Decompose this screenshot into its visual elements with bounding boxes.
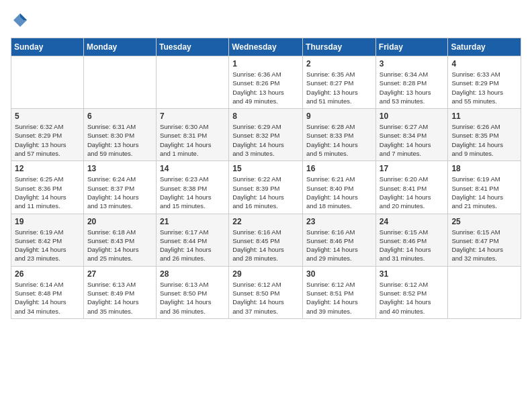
logo [11, 11, 31, 30]
calendar-day-3: 3Sunrise: 6:34 AM Sunset: 8:28 PM Daylig… [375, 56, 448, 109]
day-number: 5 [15, 111, 80, 121]
calendar-day-22: 22Sunrise: 6:16 AM Sunset: 8:45 PM Dayli… [229, 214, 303, 266]
day-info: Sunrise: 6:15 AM Sunset: 8:47 PM Dayligh… [451, 228, 517, 263]
calendar-day-14: 14Sunrise: 6:23 AM Sunset: 8:38 PM Dayli… [156, 161, 228, 214]
calendar-day-2: 2Sunrise: 6:35 AM Sunset: 8:27 PM Daylig… [303, 56, 376, 109]
calendar-day-16: 16Sunrise: 6:21 AM Sunset: 8:40 PM Dayli… [303, 161, 376, 214]
day-number: 8 [232, 111, 299, 121]
day-info: Sunrise: 6:12 AM Sunset: 8:50 PM Dayligh… [232, 280, 299, 316]
calendar-day-7: 7Sunrise: 6:30 AM Sunset: 8:31 PM Daylig… [156, 109, 228, 161]
day-info: Sunrise: 6:19 AM Sunset: 8:42 PM Dayligh… [15, 228, 80, 263]
calendar-day-21: 21Sunrise: 6:17 AM Sunset: 8:44 PM Dayli… [156, 214, 228, 266]
calendar-empty-cell [448, 266, 521, 318]
day-info: Sunrise: 6:33 AM Sunset: 8:29 PM Dayligh… [451, 70, 517, 105]
day-number: 22 [232, 217, 299, 226]
day-number: 17 [380, 164, 445, 173]
calendar-day-12: 12Sunrise: 6:25 AM Sunset: 8:36 PM Dayli… [11, 161, 84, 214]
calendar-day-27: 27Sunrise: 6:13 AM Sunset: 8:49 PM Dayli… [83, 266, 156, 318]
day-info: Sunrise: 6:16 AM Sunset: 8:46 PM Dayligh… [306, 228, 372, 263]
calendar-day-23: 23Sunrise: 6:16 AM Sunset: 8:46 PM Dayli… [303, 214, 376, 266]
calendar-empty-cell [156, 56, 228, 109]
day-info: Sunrise: 6:21 AM Sunset: 8:40 PM Dayligh… [306, 175, 372, 210]
day-info: Sunrise: 6:14 AM Sunset: 8:48 PM Dayligh… [15, 280, 80, 316]
weekday-header-tuesday: Tuesday [156, 38, 228, 56]
calendar-week-4: 19Sunrise: 6:19 AM Sunset: 8:42 PM Dayli… [11, 214, 521, 266]
day-info: Sunrise: 6:19 AM Sunset: 8:41 PM Dayligh… [451, 175, 517, 210]
calendar-day-25: 25Sunrise: 6:15 AM Sunset: 8:47 PM Dayli… [448, 214, 521, 266]
day-number: 26 [15, 269, 80, 279]
calendar-week-2: 5Sunrise: 6:32 AM Sunset: 8:29 PM Daylig… [11, 109, 521, 161]
page-header [11, 11, 521, 30]
day-info: Sunrise: 6:18 AM Sunset: 8:43 PM Dayligh… [87, 228, 152, 263]
calendar-day-17: 17Sunrise: 6:20 AM Sunset: 8:41 PM Dayli… [375, 161, 448, 214]
calendar-day-28: 28Sunrise: 6:13 AM Sunset: 8:50 PM Dayli… [156, 266, 228, 318]
day-info: Sunrise: 6:28 AM Sunset: 8:33 PM Dayligh… [306, 122, 372, 158]
calendar-week-1: 1Sunrise: 6:36 AM Sunset: 8:26 PM Daylig… [11, 56, 521, 109]
weekday-header-friday: Friday [375, 38, 448, 56]
calendar-day-19: 19Sunrise: 6:19 AM Sunset: 8:42 PM Dayli… [11, 214, 84, 266]
calendar-day-18: 18Sunrise: 6:19 AM Sunset: 8:41 PM Dayli… [448, 161, 521, 214]
day-info: Sunrise: 6:22 AM Sunset: 8:39 PM Dayligh… [232, 175, 299, 210]
calendar-day-29: 29Sunrise: 6:12 AM Sunset: 8:50 PM Dayli… [229, 266, 303, 318]
day-info: Sunrise: 6:13 AM Sunset: 8:49 PM Dayligh… [87, 280, 152, 316]
weekday-header-wednesday: Wednesday [229, 38, 303, 56]
day-info: Sunrise: 6:30 AM Sunset: 8:31 PM Dayligh… [160, 122, 225, 158]
calendar-day-13: 13Sunrise: 6:24 AM Sunset: 8:37 PM Dayli… [83, 161, 156, 214]
day-number: 4 [451, 59, 517, 68]
day-number: 29 [232, 269, 299, 279]
calendar-day-20: 20Sunrise: 6:18 AM Sunset: 8:43 PM Dayli… [83, 214, 156, 266]
calendar-day-9: 9Sunrise: 6:28 AM Sunset: 8:33 PM Daylig… [303, 109, 376, 161]
day-number: 31 [380, 269, 445, 279]
day-number: 15 [232, 164, 299, 173]
day-info: Sunrise: 6:23 AM Sunset: 8:38 PM Dayligh… [160, 175, 225, 210]
calendar-day-6: 6Sunrise: 6:31 AM Sunset: 8:30 PM Daylig… [83, 109, 156, 161]
day-number: 30 [306, 269, 372, 279]
day-number: 13 [87, 164, 152, 173]
day-info: Sunrise: 6:20 AM Sunset: 8:41 PM Dayligh… [380, 175, 445, 210]
day-info: Sunrise: 6:16 AM Sunset: 8:45 PM Dayligh… [232, 228, 299, 263]
day-info: Sunrise: 6:26 AM Sunset: 8:35 PM Dayligh… [451, 122, 517, 158]
day-info: Sunrise: 6:36 AM Sunset: 8:26 PM Dayligh… [232, 70, 299, 105]
day-number: 10 [380, 111, 445, 121]
calendar-day-11: 11Sunrise: 6:26 AM Sunset: 8:35 PM Dayli… [448, 109, 521, 161]
day-number: 28 [160, 269, 225, 279]
day-number: 19 [15, 217, 80, 226]
day-number: 9 [306, 111, 372, 121]
day-info: Sunrise: 6:15 AM Sunset: 8:46 PM Dayligh… [380, 228, 445, 263]
calendar-week-5: 26Sunrise: 6:14 AM Sunset: 8:48 PM Dayli… [11, 266, 521, 318]
calendar-day-30: 30Sunrise: 6:12 AM Sunset: 8:51 PM Dayli… [303, 266, 376, 318]
calendar-week-3: 12Sunrise: 6:25 AM Sunset: 8:36 PM Dayli… [11, 161, 521, 214]
day-number: 16 [306, 164, 372, 173]
calendar-day-10: 10Sunrise: 6:27 AM Sunset: 8:34 PM Dayli… [375, 109, 448, 161]
day-info: Sunrise: 6:12 AM Sunset: 8:51 PM Dayligh… [306, 280, 372, 316]
day-info: Sunrise: 6:35 AM Sunset: 8:27 PM Dayligh… [306, 70, 372, 105]
weekday-header-monday: Monday [83, 38, 156, 56]
calendar-empty-cell [83, 56, 156, 109]
day-info: Sunrise: 6:34 AM Sunset: 8:28 PM Dayligh… [380, 70, 445, 105]
day-number: 12 [15, 164, 80, 173]
day-number: 21 [160, 217, 225, 226]
day-number: 23 [306, 217, 372, 226]
weekday-header-saturday: Saturday [448, 38, 521, 56]
day-info: Sunrise: 6:31 AM Sunset: 8:30 PM Dayligh… [87, 122, 152, 158]
day-number: 3 [380, 59, 445, 68]
day-number: 7 [160, 111, 225, 121]
calendar-day-15: 15Sunrise: 6:22 AM Sunset: 8:39 PM Dayli… [229, 161, 303, 214]
day-number: 1 [232, 59, 299, 68]
day-info: Sunrise: 6:25 AM Sunset: 8:36 PM Dayligh… [15, 175, 80, 210]
weekday-header-thursday: Thursday [303, 38, 376, 56]
day-info: Sunrise: 6:32 AM Sunset: 8:29 PM Dayligh… [15, 122, 80, 158]
day-info: Sunrise: 6:24 AM Sunset: 8:37 PM Dayligh… [87, 175, 152, 210]
calendar-day-8: 8Sunrise: 6:29 AM Sunset: 8:32 PM Daylig… [229, 109, 303, 161]
day-number: 20 [87, 217, 152, 226]
day-info: Sunrise: 6:12 AM Sunset: 8:52 PM Dayligh… [380, 280, 445, 316]
day-number: 24 [380, 217, 445, 226]
day-number: 27 [87, 269, 152, 279]
calendar-day-5: 5Sunrise: 6:32 AM Sunset: 8:29 PM Daylig… [11, 109, 84, 161]
day-info: Sunrise: 6:13 AM Sunset: 8:50 PM Dayligh… [160, 280, 225, 316]
day-number: 18 [451, 164, 517, 173]
day-number: 14 [160, 164, 225, 173]
calendar-day-4: 4Sunrise: 6:33 AM Sunset: 8:29 PM Daylig… [448, 56, 521, 109]
calendar-day-1: 1Sunrise: 6:36 AM Sunset: 8:26 PM Daylig… [229, 56, 303, 109]
day-number: 11 [451, 111, 517, 121]
